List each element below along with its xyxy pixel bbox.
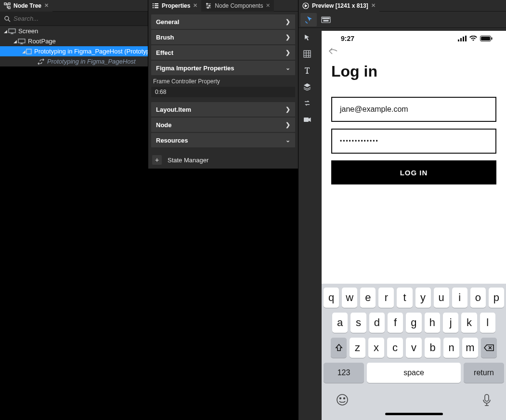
tab-properties[interactable]: Properties ✕	[148, 0, 201, 12]
svg-rect-29	[465, 36, 467, 41]
key-p[interactable]: p	[489, 288, 504, 308]
chevron-down-icon: ⌄	[285, 137, 290, 144]
grid-tool[interactable]	[300, 46, 314, 62]
category-figma[interactable]: Figma Importer Properties ⌄	[151, 61, 295, 75]
tree-item-rootpage[interactable]: ◢ RootPage	[0, 36, 148, 46]
key-q[interactable]: q	[324, 288, 339, 308]
chevron-right-icon: ❯	[285, 106, 290, 113]
key-c[interactable]: c	[387, 338, 403, 358]
key-d[interactable]: d	[369, 313, 385, 333]
properties-panel: Properties ✕ Node Components ✕ General ❯…	[148, 0, 298, 420]
close-icon[interactable]: ✕	[44, 2, 49, 9]
key-j[interactable]: j	[443, 313, 458, 333]
password-field[interactable]: •••••••••••••	[331, 129, 496, 154]
backspace-key[interactable]	[481, 338, 497, 358]
key-t[interactable]: t	[397, 288, 412, 308]
back-button[interactable]	[322, 46, 506, 55]
svg-rect-22	[328, 18, 329, 19]
category-general[interactable]: General ❯	[151, 14, 295, 29]
svg-rect-20	[325, 18, 326, 19]
tree-item-screen[interactable]: ◢ Screen	[0, 26, 148, 36]
key-y[interactable]: y	[415, 288, 431, 308]
key-g[interactable]: g	[406, 313, 421, 333]
frame-icon	[26, 48, 32, 55]
key-i[interactable]: i	[452, 288, 467, 308]
category-effect[interactable]: Effect ❯	[151, 45, 295, 60]
category-resources[interactable]: Resources ⌄	[151, 133, 295, 147]
key-v[interactable]: v	[406, 338, 422, 358]
camera-tool[interactable]	[300, 112, 314, 127]
battery-icon	[480, 36, 493, 41]
pointer-tool[interactable]	[300, 30, 314, 45]
emoji-icon[interactable]	[336, 394, 349, 407]
add-button[interactable]: +	[152, 155, 162, 165]
key-x[interactable]: x	[368, 338, 384, 358]
key-a[interactable]: a	[332, 313, 348, 333]
close-icon[interactable]: ✕	[193, 2, 197, 9]
numbers-key[interactable]: 123	[324, 363, 364, 383]
swap-tool[interactable]	[300, 95, 314, 111]
key-s[interactable]: s	[350, 313, 366, 333]
chevron-right-icon: ❯	[285, 18, 290, 25]
shift-key[interactable]	[331, 338, 347, 358]
key-o[interactable]: o	[470, 288, 486, 308]
key-m[interactable]: m	[462, 338, 478, 358]
svg-rect-9	[153, 7, 154, 8]
chevron-down-icon: ◢	[22, 49, 26, 54]
node-tree-empty-area	[0, 66, 148, 420]
close-icon[interactable]: ✕	[266, 2, 270, 9]
close-icon[interactable]: ✕	[371, 2, 376, 9]
node-tree-tabbar: Node Tree ✕	[0, 0, 148, 12]
touch-tool-button[interactable]	[300, 13, 317, 26]
signal-icon	[458, 36, 467, 41]
key-z[interactable]: z	[350, 338, 365, 358]
svg-rect-12	[155, 7, 158, 8]
key-u[interactable]: u	[434, 288, 449, 308]
figma-field-input[interactable]: 0:68	[151, 87, 295, 97]
text-tool[interactable]	[300, 63, 314, 78]
svg-rect-23	[324, 20, 328, 21]
tab-node-tree[interactable]: Node Tree ✕	[0, 0, 52, 12]
keyboard-tool-button[interactable]	[318, 13, 334, 26]
key-r[interactable]: r	[378, 288, 394, 308]
add-state-manager-row: + State Manager	[148, 151, 298, 169]
key-b[interactable]: b	[425, 338, 441, 358]
space-key[interactable]: space	[367, 363, 461, 383]
key-f[interactable]: f	[388, 313, 403, 333]
tree-item-pagehost[interactable]: ◢ Prototyping in Figma_PageHost (Prototy…	[0, 46, 148, 56]
key-w[interactable]: w	[342, 288, 357, 308]
play-icon	[302, 2, 309, 9]
key-l[interactable]: l	[480, 313, 495, 333]
key-row-3: zxcvbnm	[324, 338, 504, 358]
category-brush[interactable]: Brush ❯	[151, 30, 295, 44]
svg-point-13	[207, 3, 208, 4]
svg-rect-24	[304, 51, 311, 57]
node-tree: ◢ Screen ◢ RootPage ◢	[0, 26, 148, 66]
key-k[interactable]: k	[461, 313, 477, 333]
login-title: Log in	[331, 63, 496, 80]
category-node[interactable]: Node ❯	[151, 118, 295, 132]
svg-point-15	[208, 7, 209, 8]
preview-panel: Preview [1241 x 813] ✕	[298, 0, 506, 420]
return-key[interactable]: return	[464, 363, 504, 383]
key-n[interactable]: n	[443, 338, 459, 358]
key-e[interactable]: e	[360, 288, 376, 308]
login-button[interactable]: LOG IN	[331, 160, 496, 184]
layers-tool[interactable]	[300, 79, 314, 94]
search-input[interactable]	[13, 15, 144, 22]
phone-frame: 9:27 Log in jane@example.com •••••••	[322, 31, 506, 420]
email-field[interactable]: jane@example.com	[331, 97, 496, 122]
svg-rect-8	[153, 5, 154, 6]
tree-item-pagehost-inner[interactable]: Prototyping in Figma_PageHost	[0, 56, 148, 66]
wifi-icon	[469, 36, 477, 41]
mic-icon[interactable]	[482, 394, 492, 407]
key-h[interactable]: h	[425, 313, 440, 333]
tab-preview[interactable]: Preview [1241 x 813] ✕	[298, 0, 379, 12]
onscreen-keyboard: qwertyuiop asdfghjkl zxcvbnm	[322, 284, 506, 420]
sliders-icon	[205, 2, 212, 9]
tree-icon	[4, 2, 11, 9]
category-layout[interactable]: Layout.Item ❯	[151, 102, 295, 117]
tab-components[interactable]: Node Components ✕	[201, 0, 274, 12]
key-row-1: qwertyuiop	[324, 288, 504, 308]
tab-properties-label: Properties	[162, 2, 190, 9]
